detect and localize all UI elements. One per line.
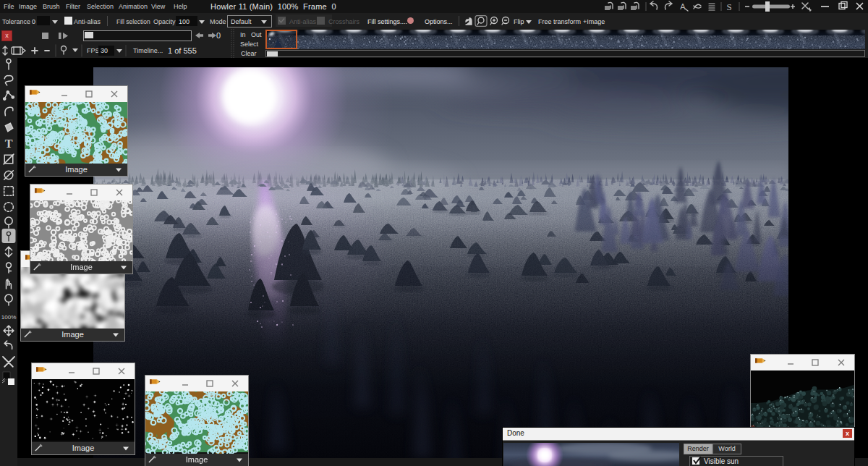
svg-text:Image: Image [61,330,84,339]
svg-text:T: T [5,137,13,150]
svg-text:Image: Image [65,165,88,174]
svg-text:FPS: FPS [87,47,100,54]
svg-text:Image: Image [72,444,95,452]
svg-text:1 of 555: 1 of 555 [168,46,197,55]
svg-text:S: S [726,1,731,12]
svg-text:30: 30 [101,47,108,54]
svg-text:Image: Image [70,263,93,271]
svg-text:Image: Image [186,455,208,464]
svg-text:A: A [680,2,686,11]
svg-text:100%: 100% [1,314,17,321]
svg-text:Timeline...: Timeline... [133,47,163,54]
